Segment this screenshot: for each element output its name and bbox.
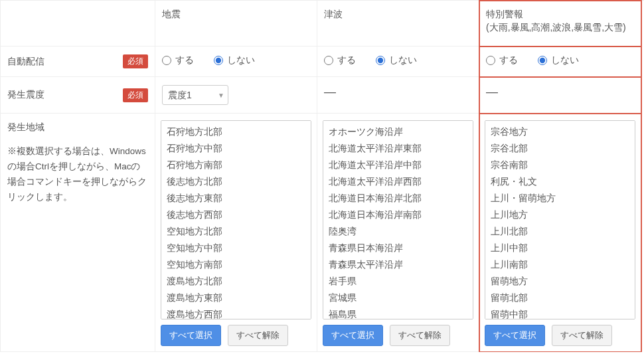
header-earthquake: 地震: [155, 1, 317, 46]
intensity-cell-special: —: [479, 77, 641, 114]
radio-no-earthquake[interactable]: しない: [214, 54, 255, 66]
list-item[interactable]: 陸奥湾: [323, 223, 473, 240]
list-item[interactable]: 上川北部: [485, 223, 635, 240]
list-item[interactable]: 後志地方北部: [161, 173, 311, 190]
auto-cell-tsunami: するしない: [317, 46, 479, 77]
radio-no-tsunami[interactable]: しない: [376, 54, 417, 66]
list-item[interactable]: 渡島地方西部: [161, 306, 311, 319]
clear-all-button[interactable]: すべて解除: [390, 325, 450, 346]
list-item[interactable]: 北海道日本海沿岸南部: [323, 207, 473, 223]
list-item[interactable]: 上川地方: [485, 207, 635, 223]
region-listbox-earthquake[interactable]: 石狩地方北部石狩地方中部石狩地方南部後志地方北部後志地方東部後志地方西部空知地方…: [161, 120, 311, 319]
list-item[interactable]: 空知地方南部: [161, 256, 311, 273]
auto-cell-earthquake: するしない: [155, 46, 317, 77]
list-item[interactable]: 宗谷北部: [485, 140, 635, 157]
list-item[interactable]: 石狩地方北部: [161, 124, 311, 140]
list-item[interactable]: 上川南部: [485, 256, 635, 273]
select-all-button[interactable]: すべて選択: [485, 325, 545, 346]
header-title: 特別警報: [486, 9, 634, 21]
list-item[interactable]: 留萌地方: [485, 273, 635, 290]
row-label-auto: 自動配信必須: [0, 46, 155, 77]
region-listbox-special[interactable]: 宗谷地方宗谷北部宗谷南部利尻・礼文上川・留萌地方上川地方上川北部上川中部上川南部…: [485, 120, 635, 319]
list-item[interactable]: 渡島地方北部: [161, 273, 311, 290]
list-item[interactable]: 北海道日本海沿岸北部: [323, 190, 473, 207]
list-item[interactable]: 青森県太平洋沿岸: [323, 256, 473, 273]
list-item[interactable]: 石狩地方南部: [161, 157, 311, 173]
list-item[interactable]: 後志地方東部: [161, 190, 311, 207]
auto-cell-special: するしない: [479, 46, 641, 77]
list-item[interactable]: 留萌北部: [485, 290, 635, 306]
radio-no-special[interactable]: しない: [538, 54, 579, 66]
intensity-cell-tsunami: —: [317, 77, 479, 114]
header-subtitle: (大雨,暴風,高潮,波浪,暴風雪,大雪): [486, 22, 634, 34]
list-item[interactable]: 青森県日本海沿岸: [323, 240, 473, 256]
region-cell-earthquake: 石狩地方北部石狩地方中部石狩地方南部後志地方北部後志地方東部後志地方西部空知地方…: [155, 114, 317, 352]
list-item[interactable]: 宮城県: [323, 290, 473, 306]
header-title: 地震: [162, 9, 310, 21]
header-title: 津波: [324, 9, 472, 21]
list-item[interactable]: オホーツク海沿岸: [323, 124, 473, 140]
select-all-button[interactable]: すべて選択: [323, 325, 383, 346]
list-item[interactable]: 後志地方西部: [161, 207, 311, 223]
intensity-select[interactable]: 震度1: [162, 85, 228, 105]
list-item[interactable]: 福島県: [323, 306, 473, 319]
list-item[interactable]: 空知地方中部: [161, 240, 311, 256]
list-item[interactable]: 北海道太平洋沿岸東部: [323, 140, 473, 157]
list-item[interactable]: 北海道太平洋沿岸中部: [323, 157, 473, 173]
intensity-dash: —: [486, 85, 498, 98]
row-label-region: 発生地域※複数選択する場合は、Windowsの場合Ctrlを押しながら、Macの…: [0, 114, 155, 352]
intensity-cell-earthquake: 震度1▼: [155, 77, 317, 114]
list-item[interactable]: 利尻・礼文: [485, 173, 635, 190]
list-item[interactable]: 岩手県: [323, 273, 473, 290]
region-listbox-tsunami[interactable]: オホーツク海沿岸北海道太平洋沿岸東部北海道太平洋沿岸中部北海道太平洋沿岸西部北海…: [323, 120, 473, 319]
header-tsunami: 津波: [317, 1, 479, 46]
list-item[interactable]: 宗谷南部: [485, 157, 635, 173]
region-cell-tsunami: オホーツク海沿岸北海道太平洋沿岸東部北海道太平洋沿岸中部北海道太平洋沿岸西部北海…: [317, 114, 479, 352]
list-item[interactable]: 宗谷地方: [485, 124, 635, 140]
region-cell-special: 宗谷地方宗谷北部宗谷南部利尻・礼文上川・留萌地方上川地方上川北部上川中部上川南部…: [479, 114, 641, 352]
required-badge: 必須: [123, 54, 148, 68]
list-item[interactable]: 渡島地方東部: [161, 290, 311, 306]
intensity-select-wrap: 震度1▼: [162, 85, 228, 105]
required-badge: 必須: [123, 88, 148, 102]
list-item[interactable]: 空知地方北部: [161, 223, 311, 240]
list-item[interactable]: 上川・留萌地方: [485, 190, 635, 207]
region-note: ※複数選択する場合は、Windowsの場合Ctrlを押しながら、Macの場合コマ…: [7, 144, 148, 205]
clear-all-button[interactable]: すべて解除: [228, 325, 288, 346]
radio-yes-earthquake[interactable]: する: [162, 54, 194, 66]
header-special: 特別警報(大雨,暴風,高潮,波浪,暴風雪,大雪): [479, 1, 641, 46]
radio-yes-special[interactable]: する: [486, 54, 518, 66]
list-item[interactable]: 石狩地方中部: [161, 140, 311, 157]
list-item[interactable]: 北海道太平洋沿岸西部: [323, 173, 473, 190]
select-all-button[interactable]: すべて選択: [161, 325, 221, 346]
intensity-dash: —: [324, 85, 336, 98]
list-item[interactable]: 留萌中部: [485, 306, 635, 319]
header-blank: [0, 1, 155, 46]
clear-all-button[interactable]: すべて解除: [552, 325, 612, 346]
list-item[interactable]: 上川中部: [485, 240, 635, 256]
radio-yes-tsunami[interactable]: する: [324, 54, 356, 66]
row-label-intensity: 発生震度必須: [0, 77, 155, 114]
